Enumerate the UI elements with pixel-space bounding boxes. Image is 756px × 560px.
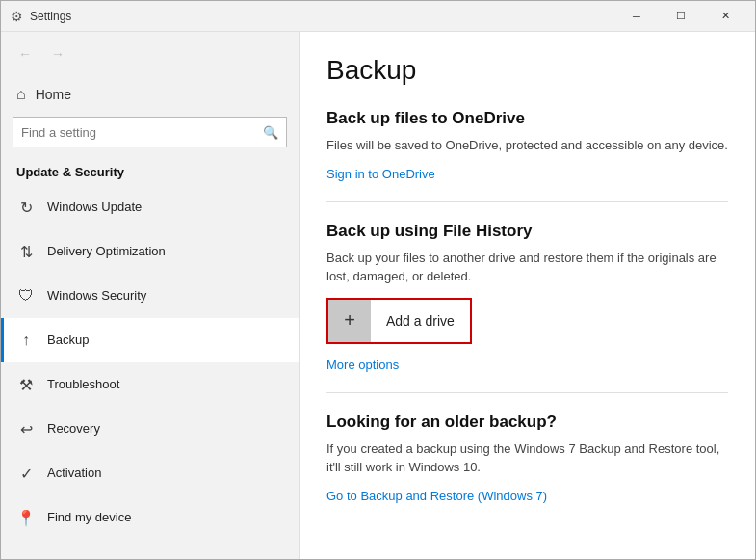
divider-1: [326, 201, 728, 202]
sidebar-item-troubleshoot[interactable]: ⚒ Troubleshoot: [1, 362, 299, 407]
find-my-device-label: Find my device: [47, 510, 131, 526]
search-box: 🔍: [13, 117, 287, 147]
titlebar-controls: ─ ☐ ✕: [614, 1, 747, 32]
older-backup-section: Looking for an older backup? If you crea…: [326, 413, 728, 504]
find-my-device-icon: 📍: [16, 509, 36, 527]
windows-security-label: Windows Security: [47, 288, 146, 305]
divider-2: [326, 392, 728, 393]
file-history-description: Back up your files to another drive and …: [326, 249, 728, 286]
sidebar-item-delivery-optimization[interactable]: ⇅ Delivery Optimization: [1, 229, 299, 274]
add-drive-button[interactable]: + Add a drive: [326, 298, 472, 344]
sidebar-section-title: Update & Security: [1, 155, 299, 185]
sidebar-item-recovery[interactable]: ↩ Recovery: [1, 407, 299, 451]
recovery-label: Recovery: [47, 421, 100, 438]
sidebar-nav-top: ← →: [1, 32, 299, 76]
older-backup-description: If you created a backup using the Window…: [326, 440, 728, 477]
activation-label: Activation: [47, 466, 101, 482]
sidebar-item-activation[interactable]: ✓ Activation: [1, 451, 299, 495]
settings-window: ⚙ Settings ─ ☐ ✕ ← → ⌂ Home 🔍 Update & S…: [0, 0, 756, 560]
sign-in-onedrive-link[interactable]: Sign in to OneDrive: [326, 167, 435, 181]
home-item[interactable]: ⌂ Home: [1, 76, 299, 113]
sidebar-item-windows-security[interactable]: 🛡 Windows Security: [1, 274, 299, 318]
maximize-button[interactable]: ☐: [659, 1, 703, 32]
back-button[interactable]: ←: [11, 40, 39, 68]
titlebar: ⚙ Settings ─ ☐ ✕: [1, 1, 755, 32]
delivery-optimization-icon: ⇅: [16, 243, 36, 261]
app-icon: ⚙: [9, 9, 24, 24]
sidebar-item-windows-update[interactable]: ↻ Windows Update: [1, 185, 299, 229]
more-options-link[interactable]: More options: [326, 358, 399, 372]
windows-security-icon: 🛡: [16, 287, 36, 305]
search-input[interactable]: [13, 125, 255, 140]
sidebar-item-find-my-device[interactable]: 📍 Find my device: [1, 495, 299, 540]
page-title: Backup: [326, 55, 728, 86]
add-drive-plus-icon: +: [328, 300, 371, 342]
onedrive-section: Back up files to OneDrive Files will be …: [326, 109, 728, 182]
onedrive-heading: Back up files to OneDrive: [326, 109, 728, 128]
sidebar: ← → ⌂ Home 🔍 Update & Security ↻ Windows…: [1, 32, 300, 559]
activation-icon: ✓: [16, 465, 36, 483]
search-icon: 🔍: [255, 125, 286, 140]
troubleshoot-label: Troubleshoot: [47, 377, 119, 393]
home-icon: ⌂: [16, 86, 26, 103]
add-drive-label: Add a drive: [371, 313, 470, 329]
windows-update-icon: ↻: [16, 199, 36, 217]
recovery-icon: ↩: [16, 420, 36, 439]
delivery-optimization-label: Delivery Optimization: [47, 244, 166, 260]
titlebar-title: Settings: [30, 10, 614, 23]
troubleshoot-icon: ⚒: [16, 376, 36, 394]
main-content: Backup Back up files to OneDrive Files w…: [300, 32, 755, 559]
windows-update-label: Windows Update: [47, 200, 142, 216]
forward-button[interactable]: →: [43, 40, 72, 68]
older-backup-heading: Looking for an older backup?: [326, 413, 728, 432]
onedrive-description: Files will be saved to OneDrive, protect…: [326, 136, 728, 155]
content-area: ← → ⌂ Home 🔍 Update & Security ↻ Windows…: [1, 32, 755, 559]
minimize-button[interactable]: ─: [614, 1, 659, 32]
file-history-section: Back up using File History Back up your …: [326, 222, 728, 373]
file-history-heading: Back up using File History: [326, 222, 728, 241]
sidebar-item-backup[interactable]: ↑ Backup: [1, 318, 299, 362]
close-button[interactable]: ✕: [703, 1, 747, 32]
backup-label: Backup: [47, 333, 89, 349]
go-to-backup-restore-link[interactable]: Go to Backup and Restore (Windows 7): [326, 489, 547, 503]
backup-icon: ↑: [16, 332, 36, 349]
home-label: Home: [36, 87, 71, 102]
